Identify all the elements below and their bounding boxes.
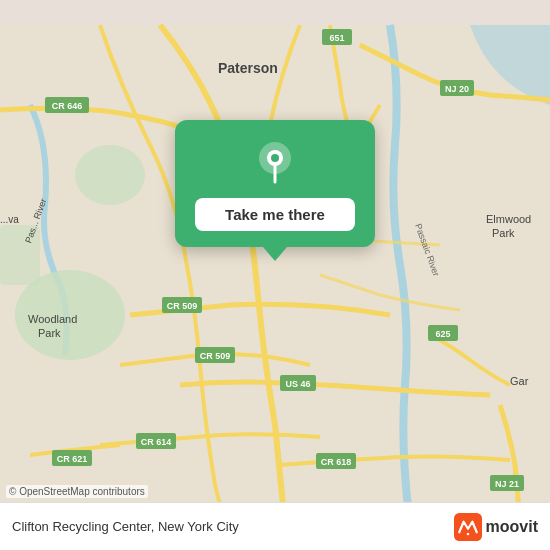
svg-point-2 xyxy=(75,145,145,205)
svg-text:US 46: US 46 xyxy=(285,379,310,389)
bottom-bar: Clifton Recycling Center, New York City … xyxy=(0,502,550,550)
moovit-logo-icon xyxy=(454,513,482,541)
svg-point-37 xyxy=(271,154,279,162)
svg-text:Paterson: Paterson xyxy=(218,60,278,76)
svg-text:Park: Park xyxy=(38,327,61,339)
map-attribution: © OpenStreetMap contributors xyxy=(6,485,148,498)
svg-text:Gar: Gar xyxy=(510,375,529,387)
location-pin-icon xyxy=(251,138,299,186)
svg-text:CR 614: CR 614 xyxy=(141,437,172,447)
map-background: CR 646 NJ 20 651 CR 509 CR 509 US 46 CR … xyxy=(0,0,550,550)
take-me-there-button[interactable]: Take me there xyxy=(195,198,355,231)
popup-card: Take me there xyxy=(175,120,375,247)
svg-point-40 xyxy=(466,532,469,535)
moovit-brand-label: moovit xyxy=(486,518,538,536)
svg-text:651: 651 xyxy=(329,33,344,43)
svg-text:NJ 21: NJ 21 xyxy=(495,479,519,489)
svg-text:CR 509: CR 509 xyxy=(200,351,231,361)
svg-text:NJ 20: NJ 20 xyxy=(445,84,469,94)
svg-text:CR 509: CR 509 xyxy=(167,301,198,311)
svg-text:Elmwood: Elmwood xyxy=(486,213,531,225)
map-container: CR 646 NJ 20 651 CR 509 CR 509 US 46 CR … xyxy=(0,0,550,550)
svg-text:CR 618: CR 618 xyxy=(321,457,352,467)
svg-text:CR 621: CR 621 xyxy=(57,454,88,464)
svg-text:CR 646: CR 646 xyxy=(52,101,83,111)
svg-text:...va: ...va xyxy=(0,214,19,225)
location-label: Clifton Recycling Center, New York City xyxy=(12,519,239,534)
svg-text:Woodland: Woodland xyxy=(28,313,77,325)
moovit-logo: moovit xyxy=(454,513,538,541)
svg-text:Park: Park xyxy=(492,227,515,239)
svg-text:625: 625 xyxy=(435,329,450,339)
